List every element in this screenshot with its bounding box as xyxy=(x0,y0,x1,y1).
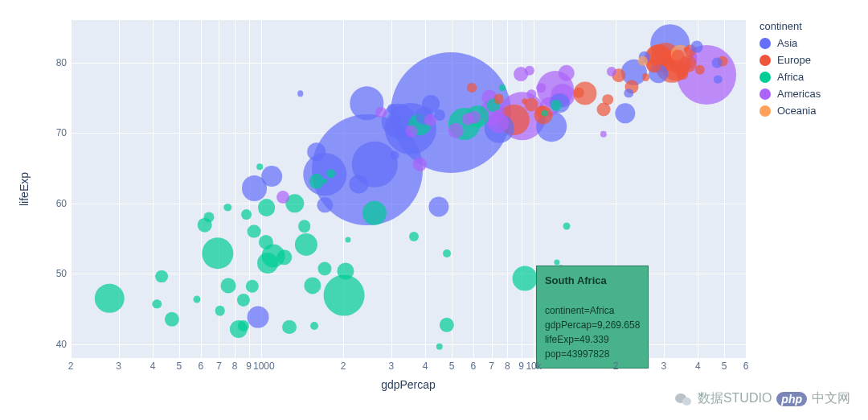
data-point[interactable] xyxy=(238,320,249,331)
data-point[interactable] xyxy=(304,277,321,294)
data-point[interactable] xyxy=(462,113,474,126)
data-point[interactable] xyxy=(536,83,546,93)
data-point[interactable] xyxy=(493,110,502,119)
legend-label: Americas xyxy=(777,88,821,100)
data-point[interactable] xyxy=(221,278,236,293)
legend-item[interactable]: Africa xyxy=(760,71,821,83)
data-point[interactable] xyxy=(248,307,269,328)
data-point[interactable] xyxy=(298,220,311,233)
data-point[interactable] xyxy=(413,158,426,171)
y-tick: 70 xyxy=(52,127,67,138)
data-point[interactable] xyxy=(499,84,506,91)
legend-item[interactable]: Americas xyxy=(760,88,821,100)
data-point[interactable] xyxy=(282,320,297,335)
data-point[interactable] xyxy=(391,151,399,160)
data-point[interactable] xyxy=(467,83,477,93)
data-point[interactable] xyxy=(642,73,650,81)
data-point[interactable] xyxy=(563,223,571,230)
legend-swatch-icon xyxy=(760,72,771,83)
grid-line xyxy=(179,20,180,358)
data-point[interactable] xyxy=(165,312,179,327)
legend-title: continent xyxy=(760,20,821,32)
x-tick: 4 xyxy=(690,360,706,372)
data-point[interactable] xyxy=(261,166,282,187)
legend-swatch-icon xyxy=(760,38,771,49)
data-point[interactable] xyxy=(691,41,703,53)
data-point[interactable] xyxy=(95,283,124,312)
data-point[interactable] xyxy=(276,191,289,204)
x-tick: 10k xyxy=(526,360,542,372)
data-point[interactable] xyxy=(203,212,214,222)
grid-line xyxy=(746,20,747,358)
data-point[interactable] xyxy=(574,88,584,98)
data-point[interactable] xyxy=(557,265,564,272)
x-tick: 5 xyxy=(716,360,732,372)
x-tick: 3 xyxy=(656,360,672,372)
data-point[interactable] xyxy=(409,232,419,241)
data-point[interactable] xyxy=(246,280,259,293)
y-tick: 60 xyxy=(52,198,67,209)
legend[interactable]: continent AsiaEuropeAfricaAmericasOceani… xyxy=(760,20,821,121)
data-point[interactable] xyxy=(324,275,365,316)
data-point[interactable] xyxy=(493,94,504,105)
data-point[interactable] xyxy=(428,196,448,216)
y-tick: 50 xyxy=(52,268,67,279)
data-point[interactable] xyxy=(522,98,528,105)
data-point[interactable] xyxy=(248,224,261,238)
data-point[interactable] xyxy=(215,306,225,316)
x-tick: 2 xyxy=(63,360,79,372)
data-point[interactable] xyxy=(436,344,443,350)
data-point[interactable] xyxy=(714,75,723,84)
x-tick: 4 xyxy=(145,360,161,372)
data-point[interactable] xyxy=(152,299,161,308)
data-point[interactable] xyxy=(375,107,387,118)
data-point[interactable] xyxy=(346,237,351,242)
grid-line xyxy=(71,344,746,345)
data-point[interactable] xyxy=(600,131,607,138)
x-tick: 5 xyxy=(444,360,460,372)
data-point[interactable] xyxy=(310,322,318,330)
legend-item[interactable]: Oceania xyxy=(760,105,821,117)
x-tick: 6 xyxy=(738,360,754,372)
data-point[interactable] xyxy=(224,204,231,211)
data-point[interactable] xyxy=(541,109,548,117)
data-point[interactable] xyxy=(193,295,200,303)
x-tick: 7 xyxy=(484,360,500,372)
data-point[interactable] xyxy=(256,163,263,170)
x-tick: 3 xyxy=(111,360,127,372)
data-point[interactable] xyxy=(317,261,331,275)
data-point[interactable] xyxy=(513,266,538,291)
data-point[interactable] xyxy=(295,233,317,256)
legend-item[interactable]: Asia xyxy=(760,37,821,49)
data-point[interactable] xyxy=(258,199,276,216)
legend-item[interactable]: Europe xyxy=(760,54,821,66)
x-tick: 1000 xyxy=(253,360,269,372)
plot-area[interactable] xyxy=(71,20,746,358)
data-point[interactable] xyxy=(615,103,635,123)
x-tick: 6 xyxy=(465,360,481,372)
data-point[interactable] xyxy=(624,89,633,97)
php-logo-icon: php xyxy=(776,392,807,406)
x-axis-label: gdpPercap xyxy=(71,378,746,391)
legend-label: Africa xyxy=(777,71,804,83)
data-point[interactable] xyxy=(241,209,252,220)
data-point[interactable] xyxy=(307,142,326,162)
data-point[interactable] xyxy=(443,249,451,257)
data-point[interactable] xyxy=(257,253,278,274)
data-point[interactable] xyxy=(525,66,534,76)
grid-line xyxy=(201,20,202,358)
data-point[interactable] xyxy=(155,270,168,283)
y-tick: 80 xyxy=(52,57,67,68)
data-point[interactable] xyxy=(558,64,574,80)
legend-label: Europe xyxy=(777,54,811,66)
x-tick: 7 xyxy=(211,360,227,372)
data-point[interactable] xyxy=(322,179,327,183)
data-point[interactable] xyxy=(202,237,233,269)
chart-container: lifeExp gdpPercap continent AsiaEuropeAf… xyxy=(8,8,860,410)
data-point[interactable] xyxy=(297,90,304,97)
data-point[interactable] xyxy=(712,58,723,68)
data-point[interactable] xyxy=(338,262,354,279)
data-point[interactable] xyxy=(602,94,613,105)
data-point[interactable] xyxy=(276,249,292,265)
y-tick: 40 xyxy=(52,339,67,350)
